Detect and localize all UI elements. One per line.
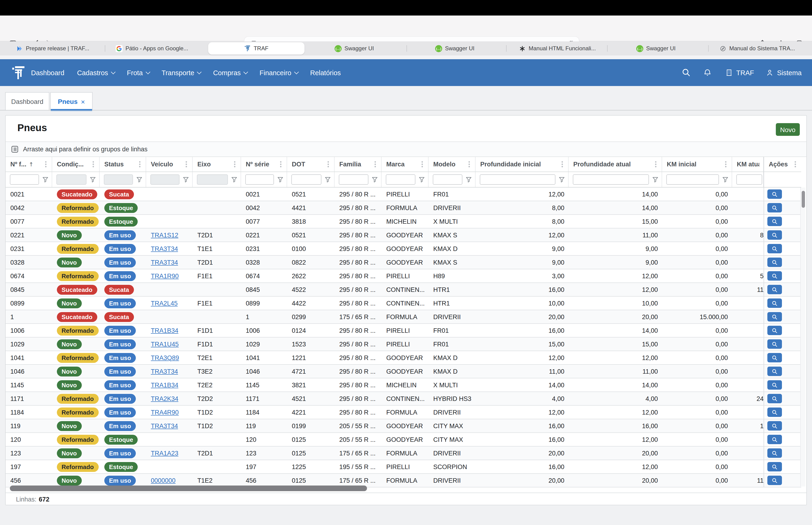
filter-input-serie[interactable]: [245, 174, 274, 185]
vehicle-link[interactable]: TRA3T34: [151, 368, 178, 375]
filter-funnel-icon[interactable]: [559, 177, 565, 183]
filter-input-status[interactable]: [104, 174, 133, 185]
column-header-veiculo[interactable]: Veículo: [146, 157, 193, 171]
vehicle-link[interactable]: TRA3T34: [151, 245, 178, 252]
nav-item-transporte[interactable]: Transporte: [162, 69, 200, 76]
column-menu-icon[interactable]: [45, 164, 47, 165]
vehicle-link[interactable]: TRA2K34: [151, 395, 178, 402]
column-menu-icon[interactable]: [422, 164, 423, 165]
page-tab-pneus[interactable]: Pneus ×: [50, 92, 93, 110]
row-view-button[interactable]: [767, 312, 782, 321]
vertical-scrollbar[interactable]: [800, 188, 806, 486]
column-menu-icon[interactable]: [280, 164, 281, 165]
column-header-km_inicial[interactable]: KM inicial: [662, 157, 732, 171]
column-menu-icon[interactable]: [186, 164, 187, 165]
table-row[interactable]: 1041ReformadoEm usoTRA3Q89T2E11041122129…: [6, 351, 801, 365]
filter-funnel-icon[interactable]: [42, 177, 48, 183]
column-header-km_atual[interactable]: KM atua: [732, 157, 764, 171]
column-menu-icon[interactable]: [469, 164, 470, 165]
table-row[interactable]: 120ReformadoEstoque1200125205 / 55 R ...…: [6, 433, 801, 447]
filter-funnel-icon[interactable]: [90, 177, 96, 183]
vehicle-link[interactable]: TRA1B34: [151, 327, 178, 334]
column-header-eixo[interactable]: Eixo: [193, 157, 241, 171]
column-header-dot[interactable]: DOT: [287, 157, 335, 171]
row-view-button[interactable]: [767, 326, 782, 335]
filter-input-condicao[interactable]: [56, 174, 87, 185]
filter-funnel-icon[interactable]: [231, 177, 237, 183]
column-header-prof_inicial[interactable]: Profundidade inicial: [476, 157, 569, 171]
column-header-marca[interactable]: Marca: [382, 157, 429, 171]
user-menu[interactable]: Sistema: [765, 69, 802, 77]
row-view-button[interactable]: [767, 298, 782, 308]
table-row[interactable]: 0231ReformadoEm usoTRA3T34T1E10231010029…: [6, 242, 801, 256]
column-header-prof_atual[interactable]: Profundidade atual: [569, 157, 662, 171]
row-view-button[interactable]: [767, 353, 782, 362]
nav-item-financeiro[interactable]: Financeiro: [260, 69, 297, 76]
row-view-button[interactable]: [767, 448, 782, 458]
table-row[interactable]: 1171ReformadoEm usoTRA2K34T2D21171452129…: [6, 392, 801, 406]
filter-input-familia[interactable]: [339, 174, 368, 185]
close-tab-icon[interactable]: ×: [81, 97, 85, 106]
row-view-button[interactable]: [767, 407, 782, 417]
column-header-num[interactable]: Nº f...↑: [6, 157, 52, 171]
browser-tab-swagger-3[interactable]: {…} Swagger UI: [636, 41, 675, 56]
filter-funnel-icon[interactable]: [652, 177, 658, 183]
vertical-scrollbar-thumb[interactable]: [802, 191, 805, 208]
filter-funnel-icon[interactable]: [183, 177, 189, 183]
filter-input-km_inicial[interactable]: [666, 174, 719, 185]
browser-tab-prepare-release[interactable]: Prepare release | TRAF...: [16, 41, 89, 56]
filter-funnel-icon[interactable]: [136, 177, 142, 183]
browser-tab-patio[interactable]: Pátio - Apps on Google...: [116, 41, 188, 56]
browser-tab-swagger-2[interactable]: {…} Swagger UI: [435, 41, 474, 56]
column-menu-icon[interactable]: [234, 164, 235, 165]
vehicle-link[interactable]: TRA1U45: [151, 341, 179, 348]
nav-item-cadastros[interactable]: Cadastros: [77, 69, 114, 76]
browser-tab-manual-sistema[interactable]: Manual do Sistema TRA...: [719, 41, 795, 56]
row-group-dropzone[interactable]: Arraste aqui para definir os grupos de l…: [6, 141, 806, 157]
filter-funnel-icon[interactable]: [722, 177, 729, 183]
column-menu-icon[interactable]: [655, 164, 657, 165]
vehicle-link[interactable]: TRA4R90: [151, 409, 179, 416]
filter-input-km_atual[interactable]: [736, 174, 762, 185]
table-row[interactable]: 0021Sucateado.Sucata00210521295 / 80 R .…: [6, 188, 801, 201]
vehicle-link[interactable]: TRA3T34: [151, 259, 178, 266]
table-row[interactable]: 0899NovoEm usoTRA2L45F1E108994422295 / 8…: [6, 297, 801, 310]
row-view-button[interactable]: [767, 230, 782, 240]
nav-item-compras[interactable]: Compras: [213, 69, 247, 76]
table-row[interactable]: 0042ReformadoEstoque00424421295 / 80 R .…: [6, 201, 801, 215]
filter-input-prof_inicial[interactable]: [480, 174, 555, 185]
table-row[interactable]: 119NovoEm usoTRA3T34T1D21190199205 / 55 …: [6, 419, 801, 433]
filter-funnel-icon[interactable]: [277, 177, 284, 183]
vehicle-link[interactable]: TRA3Q89: [151, 354, 179, 361]
filter-funnel-icon[interactable]: [419, 177, 425, 183]
nav-item-dashboard[interactable]: Dashboard: [31, 69, 64, 76]
filter-funnel-icon[interactable]: [466, 177, 472, 183]
row-view-button[interactable]: [767, 285, 782, 294]
table-row[interactable]: 1006ReformadoEm usoTRA1B34F1D11006012429…: [6, 324, 801, 338]
table-row[interactable]: 0328NovoEm usoTRA3T34T2D103280822295 / 8…: [6, 256, 801, 269]
column-menu-icon[interactable]: [139, 164, 140, 165]
table-row[interactable]: 197ReformadoEstoque1971225195 / 55 R ...…: [6, 460, 801, 474]
vehicle-link[interactable]: TRA1S12: [151, 231, 178, 239]
row-view-button[interactable]: [767, 217, 782, 226]
search-icon[interactable]: [682, 68, 691, 77]
row-view-button[interactable]: [767, 203, 782, 212]
row-view-button[interactable]: [767, 462, 782, 471]
row-view-button[interactable]: [767, 435, 782, 444]
column-header-modelo[interactable]: Modelo: [429, 157, 476, 171]
nav-item-relatorios[interactable]: Relatórios: [310, 69, 341, 76]
vehicle-link[interactable]: TRA1R90: [151, 272, 179, 280]
browser-tab-manual-html[interactable]: Manual HTML Funcionali...: [519, 41, 596, 56]
row-view-button[interactable]: [767, 476, 782, 485]
table-row[interactable]: 0674ReformadoEm usoTRA1R90F1E10674262229…: [6, 269, 801, 283]
column-header-familia[interactable]: Família: [335, 157, 382, 171]
filter-input-eixo[interactable]: [197, 174, 228, 185]
browser-tab-swagger-1[interactable]: {…} Swagger UI: [335, 41, 374, 56]
novo-button[interactable]: Novo: [776, 123, 800, 136]
filter-funnel-icon[interactable]: [325, 177, 331, 183]
traf-logo-icon[interactable]: [12, 65, 26, 79]
page-tab-dashboard[interactable]: Dashboard: [5, 92, 49, 110]
column-menu-icon[interactable]: [795, 164, 796, 165]
filter-input-prof_atual[interactable]: [573, 174, 649, 185]
column-menu-icon[interactable]: [374, 164, 376, 165]
